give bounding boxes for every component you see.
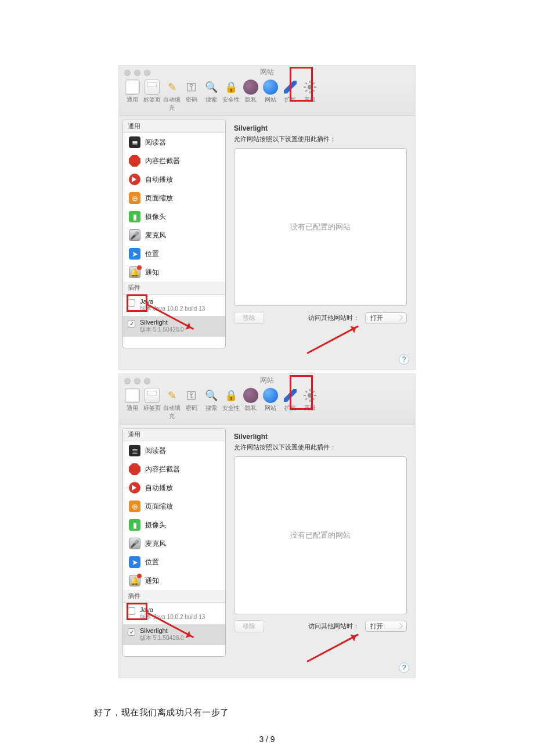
tab-autofill[interactable]: ✎自动填充 xyxy=(162,388,182,420)
zoom-icon: ⊕ xyxy=(129,192,140,204)
svg-rect-7 xyxy=(305,82,308,85)
prefs-window: 网站 通用 标签页 ✎自动填充 ⚿密码 🔍搜索 🔒安全性 隐私 网站 扩展 高级 xyxy=(118,373,416,678)
general-list: ≣阅读器 内容拦截器 自动播放 ⊕页面缩放 ▮摄像头 🎤麦克风 ➤位置 🔔通知 xyxy=(123,441,225,590)
sidebar: 通用 ≣阅读器 内容拦截器 自动播放 ⊕页面缩放 ▮摄像头 🎤麦克风 ➤位置 🔔… xyxy=(122,428,226,657)
tab-passwords[interactable]: ⚿密码 xyxy=(182,80,201,112)
checkbox-silverlight[interactable]: ✓ xyxy=(128,628,135,636)
sidebar-item-camera[interactable]: ▮摄像头 xyxy=(123,516,225,534)
sidebar-item-mic[interactable]: 🎤麦克风 xyxy=(123,226,225,244)
svg-rect-10 xyxy=(309,389,311,391)
sidebar-item-location[interactable]: ➤位置 xyxy=(123,553,225,571)
tab-label: 高级 xyxy=(304,96,316,104)
pencil-icon: ✎ xyxy=(164,80,179,95)
bottom-bar: 移除 访问其他网站时： 打开 xyxy=(234,620,407,632)
document-page: 网站 通用 标签页 ✎自动填充 ⚿密码 🔍搜索 🔒安全性 隐私 网站 扩展 高级 xyxy=(0,0,534,756)
sidebar-item-label: 页面缩放 xyxy=(145,193,173,203)
website-listbox[interactable]: 没有已配置的网站 xyxy=(234,148,407,306)
sidebar-item-zoom[interactable]: ⊕页面缩放 xyxy=(123,497,225,516)
sidebar-item-label: 摄像头 xyxy=(145,212,166,222)
svg-rect-11 xyxy=(309,399,311,402)
sidebar-item-reader[interactable]: ≣阅读器 xyxy=(123,441,225,460)
plugin-java[interactable]: Java版本 Java 10.0.2 build 13 xyxy=(123,603,225,624)
screenshot-2: 网站 通用 标签页 ✎自动填充 ⚿密码 🔍搜索 🔒安全性 隐私 网站 扩展 高级 xyxy=(118,373,416,678)
tab-tabs[interactable]: 标签页 xyxy=(142,80,162,112)
tab-security[interactable]: 🔒安全性 xyxy=(221,80,241,112)
checkbox-java[interactable] xyxy=(128,299,135,307)
sidebar-item-camera[interactable]: ▮摄像头 xyxy=(123,207,225,226)
tab-label: 密码 xyxy=(186,96,197,104)
sidebar-item-block[interactable]: 内容拦截器 xyxy=(123,460,225,478)
general-list: ≣阅读器 内容拦截器 自动播放 ⊕页面缩放 ▮摄像头 🎤麦克风 ➤位置 🔔通知 xyxy=(123,133,225,282)
help-button[interactable]: ? xyxy=(399,354,409,365)
tab-general[interactable]: 通用 xyxy=(122,388,142,420)
checkbox-java[interactable] xyxy=(128,607,135,615)
sidebar-item-notif[interactable]: 🔔通知 xyxy=(123,571,225,590)
sidebar-item-autoplay[interactable]: 自动播放 xyxy=(123,478,225,497)
key-icon: ⚿ xyxy=(184,388,199,403)
mic-icon: 🎤 xyxy=(129,229,140,241)
globe-icon xyxy=(263,80,278,95)
svg-rect-12 xyxy=(304,395,306,396)
select-value: 打开 xyxy=(370,314,383,321)
mic-icon: 🎤 xyxy=(129,538,140,549)
pane-title: Silverlight xyxy=(234,433,407,441)
visit-select[interactable]: 打开 xyxy=(365,312,407,323)
window-footer: ? xyxy=(119,352,415,369)
svg-rect-1 xyxy=(309,81,311,83)
empty-message: 没有已配置的网站 xyxy=(290,530,351,541)
checkbox-silverlight[interactable]: ✓ xyxy=(128,320,135,327)
prefs-toolbar: 通用 标签页 ✎自动填充 ⚿密码 🔍搜索 🔒安全性 隐私 网站 扩展 高级 xyxy=(119,76,415,116)
sidebar-item-autoplay[interactable]: 自动播放 xyxy=(123,170,225,189)
sidebar-item-label: 通知 xyxy=(145,576,159,586)
section-plugins: 插件 xyxy=(123,590,225,603)
sidebar-item-mic[interactable]: 🎤麦克风 xyxy=(123,534,225,553)
tab-label: 自动填充 xyxy=(162,404,182,420)
extension-icon xyxy=(283,388,298,403)
sidebar-item-notif[interactable]: 🔔通知 xyxy=(123,263,225,282)
visit-select[interactable]: 打开 xyxy=(365,621,407,632)
tab-advanced[interactable]: 高级 xyxy=(300,80,320,112)
visit-label: 访问其他网站时： xyxy=(308,314,359,322)
plugin-version: 版本 5.1.50428.0 xyxy=(140,326,184,334)
plugin-java[interactable]: Java版本 Java 10.0.2 build 13 xyxy=(123,295,225,316)
sidebar-item-location[interactable]: ➤位置 xyxy=(123,244,225,263)
tab-passwords[interactable]: ⚿密码 xyxy=(182,388,201,420)
pane-title: Silverlight xyxy=(234,124,407,132)
tab-autofill[interactable]: ✎自动填充 xyxy=(162,80,182,112)
svg-rect-5 xyxy=(312,82,315,85)
tab-search[interactable]: 🔍搜索 xyxy=(201,80,221,112)
svg-rect-3 xyxy=(304,87,306,88)
tab-privacy[interactable]: 隐私 xyxy=(241,388,261,420)
block-icon xyxy=(129,155,140,167)
tab-advanced[interactable]: 高级 xyxy=(300,388,320,420)
tab-security[interactable]: 🔒安全性 xyxy=(221,388,241,420)
pane-subtitle: 允许网站按照以下设置使用此插件： xyxy=(234,443,407,452)
svg-point-0 xyxy=(308,85,312,89)
empty-message: 没有已配置的网站 xyxy=(290,222,351,232)
screenshot-1: 网站 通用 标签页 ✎自动填充 ⚿密码 🔍搜索 🔒安全性 隐私 网站 扩展 高级 xyxy=(118,65,416,370)
tab-label: 标签页 xyxy=(143,404,161,412)
tab-websites[interactable]: 网站 xyxy=(261,80,280,112)
tab-websites[interactable]: 网站 xyxy=(261,388,280,420)
tab-extensions[interactable]: 扩展 xyxy=(280,388,300,420)
website-listbox[interactable]: 没有已配置的网站 xyxy=(234,456,407,614)
tab-label: 隐私 xyxy=(245,404,257,412)
sidebar-item-zoom[interactable]: ⊕页面缩放 xyxy=(123,189,225,207)
globe-icon xyxy=(263,388,278,403)
tab-extensions[interactable]: 扩展 xyxy=(280,80,300,112)
sidebar-item-reader[interactable]: ≣阅读器 xyxy=(123,133,225,152)
tab-general[interactable]: 通用 xyxy=(122,80,142,112)
tab-label: 密码 xyxy=(186,404,197,412)
sidebar-item-block[interactable]: 内容拦截器 xyxy=(123,152,225,170)
tab-label: 网站 xyxy=(265,96,276,104)
sidebar-item-label: 阅读器 xyxy=(145,138,166,147)
tab-label: 隐私 xyxy=(245,96,257,104)
tab-privacy[interactable]: 隐私 xyxy=(241,80,261,112)
key-icon: ⚿ xyxy=(184,80,199,95)
help-button[interactable]: ? xyxy=(399,663,409,673)
tab-search[interactable]: 🔍搜索 xyxy=(201,388,221,420)
plugin-name: Java xyxy=(140,606,205,613)
location-icon: ➤ xyxy=(129,248,140,260)
sidebar-item-label: 页面缩放 xyxy=(145,502,173,512)
tab-tabs[interactable]: 标签页 xyxy=(142,388,162,420)
